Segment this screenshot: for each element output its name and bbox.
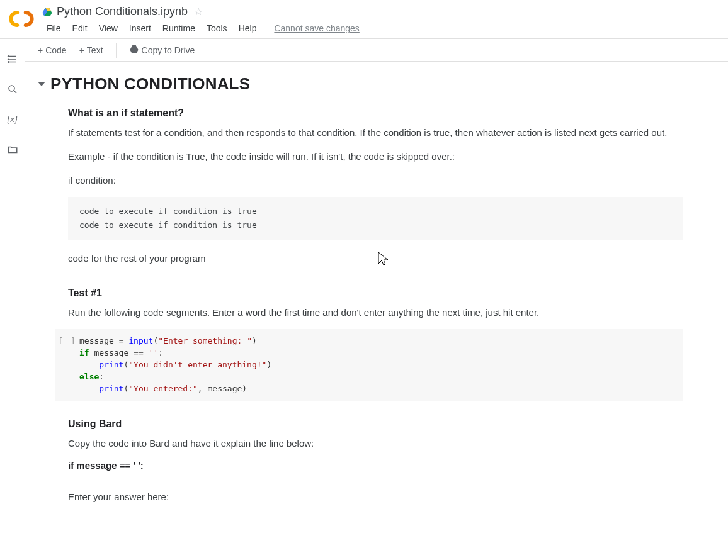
separator (116, 43, 117, 58)
subheading: if message == ' ': (68, 460, 683, 471)
svg-point-3 (9, 86, 14, 91)
search-icon[interactable] (6, 83, 19, 96)
svg-point-2 (8, 62, 9, 63)
colab-logo (9, 6, 34, 31)
menu-file[interactable]: File (42, 21, 66, 36)
collapse-arrow-icon[interactable] (38, 82, 45, 86)
add-code-button[interactable]: + Code (33, 43, 72, 58)
preformatted-block: code to execute if condition is true cod… (68, 197, 683, 240)
plus-icon: + (38, 45, 43, 55)
paragraph: Copy the code into Bard and have it expl… (68, 436, 683, 451)
add-code-label: Code (45, 45, 66, 55)
menu-runtime[interactable]: Runtime (157, 21, 200, 36)
app-header: Python Conditionals.ipynb ☆ File Edit Vi… (0, 0, 728, 39)
folder-icon[interactable] (6, 143, 19, 156)
subheading: Test #1 (68, 288, 683, 299)
menubar: File Edit View Insert Runtime Tools Help… (42, 21, 723, 36)
text-cell-body: What is an if statement?If statements te… (55, 108, 683, 505)
cannot-save-link[interactable]: Cannot save changes (269, 21, 364, 36)
code-content[interactable]: message = input("Enter something: ") if … (79, 335, 271, 395)
menu-insert[interactable]: Insert (124, 21, 156, 36)
paragraph: Example - if the condition is True, the … (68, 149, 683, 164)
svg-point-1 (8, 59, 9, 60)
left-rail: {x} (0, 39, 25, 560)
paragraph: Enter your answer here: (68, 490, 683, 505)
document-title[interactable]: Python Conditionals.ipynb (57, 5, 188, 18)
paragraph: If statements test for a condition, and … (68, 125, 683, 140)
star-icon[interactable]: ☆ (194, 6, 203, 18)
paragraph: code for the rest of your program (68, 251, 683, 266)
menu-help[interactable]: Help (234, 21, 262, 36)
subheading: Using Bard (68, 418, 683, 430)
notebook-area[interactable]: PYTHON CONDITIONALS What is an if statem… (25, 62, 728, 560)
add-text-label: Text (87, 45, 103, 55)
variables-icon[interactable]: {x} (6, 113, 19, 126)
subheading: What is an if statement? (68, 108, 683, 119)
menu-edit[interactable]: Edit (67, 21, 93, 36)
plus-icon: + (79, 45, 84, 55)
drive-icon (42, 6, 53, 18)
drive-icon (129, 44, 139, 56)
svg-point-0 (8, 56, 9, 57)
paragraph: if condition: (68, 173, 683, 188)
paragraph: Run the following code segments. Enter a… (68, 305, 683, 320)
menu-tools[interactable]: Tools (202, 21, 232, 36)
toc-icon[interactable] (6, 53, 19, 65)
section-title: PYTHON CONDITIONALS (50, 74, 250, 94)
add-text-button[interactable]: + Text (74, 43, 108, 58)
copy-to-drive-button[interactable]: Copy to Drive (124, 42, 200, 59)
cell-gutter[interactable]: [ ] (55, 335, 79, 395)
code-cell[interactable]: [ ]message = input("Enter something: ") … (55, 329, 683, 401)
menu-view[interactable]: View (94, 21, 123, 36)
copy-drive-label: Copy to Drive (142, 45, 195, 55)
secondary-toolbar: + Code + Text Copy to Drive (25, 39, 728, 62)
